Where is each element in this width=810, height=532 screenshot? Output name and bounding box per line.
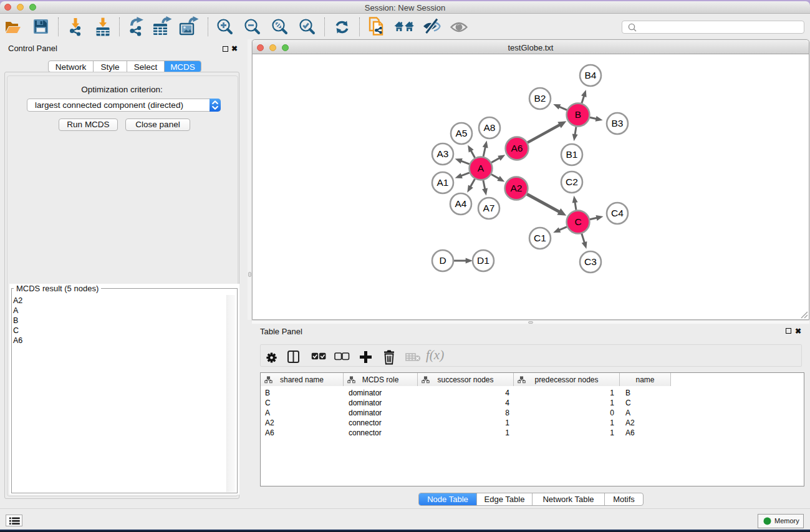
- svg-text:B: B: [575, 109, 581, 120]
- svg-text:D: D: [439, 255, 446, 266]
- svg-text:B1: B1: [566, 149, 578, 160]
- svg-text:C: C: [574, 216, 581, 227]
- svg-text:C2: C2: [566, 177, 578, 187]
- svg-text:B4: B4: [585, 70, 597, 80]
- svg-text:A1: A1: [437, 177, 449, 188]
- svg-text:A3: A3: [437, 148, 449, 159]
- svg-text:A4: A4: [455, 198, 467, 209]
- svg-text:A2: A2: [511, 183, 523, 193]
- svg-text:C4: C4: [611, 208, 624, 218]
- svg-text:A6: A6: [511, 143, 523, 153]
- svg-text:B2: B2: [534, 93, 546, 104]
- svg-text:A8: A8: [484, 122, 496, 133]
- svg-text:C3: C3: [584, 256, 597, 267]
- svg-text:A7: A7: [483, 203, 495, 213]
- svg-text:D1: D1: [477, 255, 489, 266]
- svg-text:B3: B3: [612, 118, 624, 128]
- svg-text:A: A: [478, 163, 485, 173]
- svg-text:A5: A5: [456, 128, 468, 138]
- svg-text:C1: C1: [534, 233, 546, 243]
